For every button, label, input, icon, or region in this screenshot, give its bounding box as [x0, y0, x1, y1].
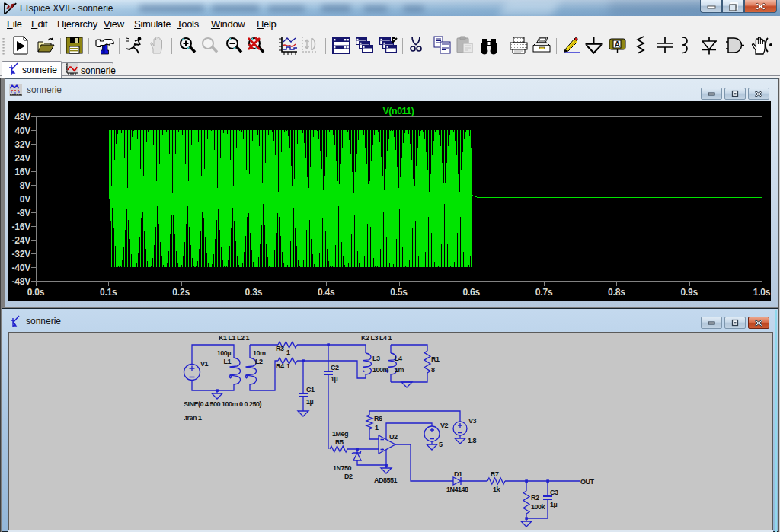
- svg-text:OUT: OUT: [580, 478, 595, 486]
- svg-text:L1: L1: [223, 358, 231, 365]
- svg-text:0.2s: 0.2s: [172, 287, 190, 298]
- svg-text:0.8s: 0.8s: [608, 287, 625, 298]
- svg-text:D2: D2: [344, 473, 353, 480]
- svg-text:C3: C3: [550, 489, 558, 496]
- svg-text:1: 1: [375, 424, 379, 432]
- svg-text:C2: C2: [331, 364, 339, 371]
- svg-text:8: 8: [431, 366, 435, 374]
- svg-text:R6: R6: [374, 415, 382, 422]
- svg-text:1µ: 1µ: [331, 375, 338, 383]
- svg-text:1k: 1k: [493, 486, 501, 493]
- svg-text:1µ: 1µ: [550, 501, 558, 508]
- svg-text:R3: R3: [276, 345, 284, 352]
- svg-text:V3: V3: [468, 417, 477, 425]
- svg-text:R4: R4: [276, 362, 284, 370]
- svg-text:C1: C1: [306, 386, 315, 393]
- svg-text:R1: R1: [431, 355, 440, 363]
- svg-text:32V: 32V: [14, 139, 30, 150]
- svg-text:R5: R5: [335, 438, 344, 446]
- svg-text:-48V: -48V: [11, 276, 30, 287]
- svg-text:0.0s: 0.0s: [27, 287, 45, 298]
- svg-text:R2: R2: [531, 494, 539, 502]
- svg-text:K1 L1 L2 1: K1 L1 L2 1: [219, 334, 250, 342]
- svg-text:24V: 24V: [14, 153, 30, 164]
- svg-text:0V: 0V: [20, 194, 30, 205]
- svg-text:1N750: 1N750: [333, 464, 352, 472]
- svg-text:V(n011): V(n011): [383, 106, 414, 116]
- svg-text:R7: R7: [491, 470, 499, 478]
- svg-text:1.0s: 1.0s: [753, 287, 771, 298]
- svg-text:0.6s: 0.6s: [463, 287, 481, 298]
- svg-text:1: 1: [286, 349, 290, 356]
- svg-text:L3: L3: [372, 355, 380, 362]
- svg-text:0.1s: 0.1s: [100, 287, 117, 298]
- svg-text:1Meg: 1Meg: [332, 430, 348, 438]
- svg-text:-16V: -16V: [11, 221, 30, 232]
- svg-text:10m: 10m: [253, 349, 266, 357]
- svg-text:8V: 8V: [20, 180, 30, 191]
- svg-text:48V: 48V: [14, 112, 30, 123]
- svg-text:0.9s: 0.9s: [680, 287, 698, 298]
- svg-text:0.5s: 0.5s: [390, 287, 408, 298]
- svg-text:1.8: 1.8: [468, 437, 477, 444]
- svg-text:SINE(0 4 500 100m 0 0 250): SINE(0 4 500 100m 0 0 250): [184, 400, 262, 408]
- svg-text:U2: U2: [389, 433, 398, 441]
- svg-text:1: 1: [286, 362, 290, 370]
- svg-text:100m: 100m: [372, 366, 389, 374]
- svg-text:1m: 1m: [395, 366, 404, 374]
- svg-text:-40V: -40V: [11, 263, 30, 273]
- svg-text:-8V: -8V: [17, 208, 30, 218]
- svg-text:-32V: -32V: [11, 249, 30, 260]
- svg-text:0.4s: 0.4s: [318, 287, 335, 298]
- svg-text:0.3s: 0.3s: [245, 287, 263, 298]
- svg-text:D1: D1: [454, 470, 462, 478]
- svg-text:100µ: 100µ: [217, 349, 232, 357]
- svg-text:16V: 16V: [14, 167, 30, 177]
- svg-text:V2: V2: [440, 422, 449, 429]
- svg-text:1N4148: 1N4148: [446, 486, 468, 493]
- svg-text:.tran 1: .tran 1: [184, 414, 202, 422]
- svg-text:L4: L4: [395, 355, 402, 362]
- svg-text:40V: 40V: [14, 126, 30, 136]
- svg-text:100k: 100k: [531, 503, 546, 511]
- svg-text:-24V: -24V: [11, 235, 30, 246]
- svg-text:K2 L3 L4 1: K2 L3 L4 1: [361, 334, 392, 342]
- svg-text:5: 5: [439, 441, 443, 448]
- svg-text:V1: V1: [200, 360, 209, 368]
- svg-text:AD8551: AD8551: [374, 476, 398, 484]
- svg-text:A: A: [615, 40, 620, 49]
- svg-text:L2: L2: [255, 358, 263, 365]
- svg-text:1µ: 1µ: [306, 398, 314, 406]
- svg-text:0.7s: 0.7s: [535, 287, 553, 298]
